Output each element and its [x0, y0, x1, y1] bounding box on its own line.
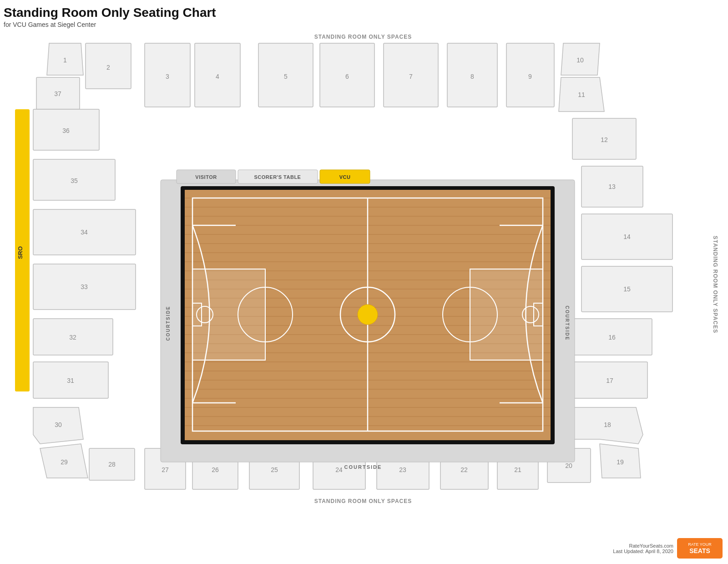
svg-text:6: 6	[345, 73, 349, 80]
svg-text:13: 13	[608, 183, 616, 190]
svg-text:27: 27	[162, 466, 169, 473]
svg-text:4: 4	[216, 73, 219, 80]
section-29[interactable]: 29	[40, 444, 88, 478]
svg-text:5: 5	[284, 73, 288, 80]
title-area: Standing Room Only Seating Chart for VCU…	[4, 5, 216, 28]
section-19[interactable]: 19	[600, 444, 641, 478]
watermark: RateYourSeats.com Last Updated: April 8,…	[613, 543, 673, 554]
svg-text:31: 31	[67, 377, 74, 384]
svg-text:14: 14	[623, 233, 631, 240]
page-container: Standing Room Only Seating Chart for VCU…	[0, 0, 728, 564]
section-15[interactable]: 15	[581, 266, 672, 312]
svg-text:28: 28	[108, 461, 116, 468]
section-28[interactable]: 28	[89, 448, 135, 480]
svg-point-110	[358, 305, 378, 325]
svg-text:11: 11	[578, 91, 585, 98]
svg-text:34: 34	[81, 229, 88, 236]
visitor-tab-label: VISITOR	[195, 174, 217, 180]
section-18[interactable]: 18	[570, 407, 643, 444]
page-subtitle: for VCU Games at Siegel Center	[4, 21, 216, 28]
svg-text:20: 20	[565, 462, 572, 469]
svg-text:17: 17	[606, 377, 613, 384]
section-5[interactable]: 5	[258, 43, 313, 107]
section-6[interactable]: 6	[320, 43, 374, 107]
section-30[interactable]: 30	[33, 407, 83, 444]
sro-left-label: SRO	[17, 246, 24, 259]
svg-text:21: 21	[514, 466, 521, 473]
watermark-updated: Last Updated: April 8, 2020	[613, 549, 673, 554]
scorers-table-label: SCORER'S TABLE	[254, 174, 301, 180]
section-7[interactable]: 7	[384, 43, 438, 107]
svg-text:18: 18	[604, 421, 611, 428]
svg-text:9: 9	[528, 73, 532, 80]
svg-text:36: 36	[62, 127, 70, 134]
section-1[interactable]: 1	[47, 43, 83, 75]
svg-text:3: 3	[166, 73, 169, 80]
section-34[interactable]: 34	[33, 209, 136, 255]
svg-text:10: 10	[576, 56, 584, 64]
section-11[interactable]: 11	[559, 77, 604, 112]
bottom-sro-label: STANDING ROOM ONLY SPACES	[314, 498, 412, 504]
section-35[interactable]: 35	[33, 159, 115, 200]
section-16[interactable]: 16	[572, 319, 652, 355]
vcu-tab-label: VCU	[339, 174, 351, 180]
section-14[interactable]: 14	[581, 214, 672, 259]
svg-text:32: 32	[69, 334, 76, 341]
section-8[interactable]: 8	[447, 43, 497, 107]
chart-area: STANDING ROOM ONLY SPACES 1 37 2 3	[4, 30, 723, 553]
rate-your-seats-logo[interactable]: RATE YOUR SEATS	[677, 538, 723, 559]
section-3[interactable]: 3	[145, 43, 190, 107]
section-37[interactable]: 37	[36, 77, 80, 109]
svg-text:7: 7	[409, 73, 413, 80]
svg-text:24: 24	[335, 466, 343, 473]
svg-text:30: 30	[55, 421, 62, 428]
svg-text:12: 12	[601, 136, 608, 143]
svg-text:33: 33	[81, 283, 88, 290]
svg-text:8: 8	[470, 73, 474, 80]
seating-chart-svg: STANDING ROOM ONLY SPACES 1 37 2 3	[4, 30, 723, 553]
svg-text:19: 19	[617, 458, 624, 466]
section-9[interactable]: 9	[506, 43, 554, 107]
section-12[interactable]: 12	[572, 118, 636, 159]
courtside-right-label: COURTSIDE	[565, 306, 570, 341]
svg-text:16: 16	[608, 334, 616, 341]
svg-text:26: 26	[212, 466, 219, 473]
svg-text:1: 1	[63, 56, 67, 64]
section-10[interactable]: 10	[561, 43, 600, 75]
svg-rect-115	[192, 269, 265, 360]
svg-text:15: 15	[623, 285, 631, 293]
svg-text:35: 35	[71, 177, 78, 184]
svg-text:22: 22	[460, 466, 468, 473]
courtside-left-label: COURTSIDE	[166, 306, 171, 341]
svg-text:23: 23	[399, 466, 406, 473]
watermark-site: RateYourSeats.com	[613, 543, 673, 549]
section-4[interactable]: 4	[195, 43, 240, 107]
section-31[interactable]: 31	[33, 362, 108, 398]
top-sro-label: STANDING ROOM ONLY SPACES	[314, 34, 412, 40]
svg-text:25: 25	[271, 466, 278, 473]
section-17[interactable]: 17	[572, 362, 647, 398]
right-sro-label: STANDING ROOM ONLY SPACES	[712, 236, 718, 334]
courtside-bottom-label: COURTSIDE	[344, 464, 382, 470]
svg-text:37: 37	[54, 90, 61, 97]
section-33[interactable]: 33	[33, 264, 136, 310]
svg-rect-119	[470, 269, 543, 360]
section-13[interactable]: 13	[581, 166, 643, 207]
section-32[interactable]: 32	[33, 319, 113, 355]
svg-text:29: 29	[61, 458, 68, 466]
section-36[interactable]: 36	[33, 109, 99, 150]
section-2[interactable]: 2	[86, 43, 131, 89]
svg-text:2: 2	[106, 64, 110, 71]
page-title: Standing Room Only Seating Chart	[4, 5, 216, 20]
